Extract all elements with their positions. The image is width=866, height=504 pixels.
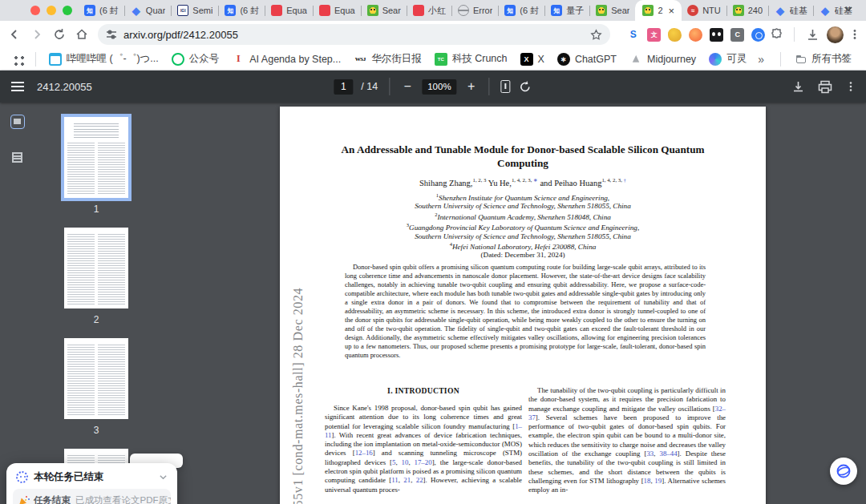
minimize-window-button[interactable] bbox=[47, 6, 56, 15]
page-thumbnail[interactable]: 3 bbox=[64, 338, 128, 449]
tab[interactable]: 知量子 bbox=[545, 0, 589, 21]
green-face-icon bbox=[367, 5, 378, 16]
citation-link[interactable]: 33 bbox=[646, 450, 654, 458]
tab[interactable]: Sear bbox=[590, 0, 635, 21]
pdf-toolbar-divider bbox=[389, 78, 390, 95]
tab-label: Sear bbox=[382, 6, 401, 15]
bookmark-item[interactable]: Midjourney bbox=[623, 53, 702, 66]
chatgpt-icon: ∗ bbox=[557, 53, 570, 66]
reload-icon[interactable] bbox=[48, 23, 71, 46]
page-thumbnail[interactable]: 2 bbox=[64, 228, 128, 338]
pdf-title: 2412.20055 bbox=[37, 81, 92, 93]
section-heading: I. INTRODUCTION bbox=[325, 386, 522, 395]
rotate-icon[interactable] bbox=[519, 80, 532, 94]
bookmark-item[interactable]: 公众号 bbox=[165, 52, 226, 66]
tab[interactable]: IGISemi bbox=[172, 0, 218, 21]
arxiv-stamp: 055v1 [cond-mat.mes-hall] 28 Dec 2024 bbox=[291, 288, 306, 504]
citation-link[interactable]: 38–44 bbox=[660, 450, 678, 458]
zoom-in-icon[interactable]: + bbox=[465, 79, 478, 94]
bookmark-star-icon[interactable] bbox=[590, 29, 602, 41]
extension-duck-icon[interactable] bbox=[668, 28, 682, 42]
tab-label: Equa bbox=[334, 6, 355, 15]
extensions-puzzle-icon[interactable] bbox=[765, 23, 787, 46]
home-icon[interactable] bbox=[71, 23, 93, 46]
all-bookmarks-folder[interactable]: 所有书签 bbox=[787, 52, 860, 66]
bookmark-item[interactable]: 哔哩哔哩 (゜-゜)つ... bbox=[42, 52, 165, 66]
tab[interactable]: ◆Quar bbox=[125, 0, 171, 21]
gem-icon: ◆ bbox=[775, 5, 786, 16]
close-window-button[interactable] bbox=[30, 6, 40, 15]
citation-link[interactable]: 19 bbox=[654, 477, 662, 485]
citation-link[interactable]: † bbox=[624, 177, 626, 183]
bookmark-item[interactable]: WSJ华尔街日报 bbox=[347, 52, 428, 66]
tab-active[interactable]: 2× bbox=[635, 0, 682, 21]
back-icon[interactable] bbox=[3, 23, 26, 46]
gem-icon: ◆ bbox=[819, 5, 831, 16]
fit-page-icon[interactable] bbox=[501, 80, 511, 93]
left-column: I. INTRODUCTION Since Kane's 1998 propos… bbox=[325, 386, 522, 494]
extension-dark-icon[interactable] bbox=[710, 28, 723, 42]
chrome-menu-kebab-icon[interactable] bbox=[844, 23, 866, 46]
pdf-download-icon[interactable] bbox=[791, 80, 805, 94]
apps-grid-icon[interactable] bbox=[11, 53, 24, 66]
tab[interactable]: 小红 bbox=[407, 0, 451, 21]
tab[interactable]: Equa bbox=[265, 0, 313, 21]
tab[interactable]: 知(6 封 bbox=[79, 0, 124, 21]
bookmark-label: X bbox=[538, 54, 544, 65]
bookmark-item[interactable]: TC科技 Crunch bbox=[428, 52, 514, 66]
paper-authors: Shihang Zhang,1, 2, 3 Yu He,1, 4, 2, 3, … bbox=[280, 177, 766, 187]
tab[interactable]: 知(6 封 bbox=[499, 0, 544, 21]
bookmarks-overflow-chevron[interactable]: » bbox=[748, 53, 774, 66]
bookmark-item[interactable]: IAI Agenda by Step... bbox=[225, 53, 347, 66]
extension-translate-icon[interactable]: 文 bbox=[647, 28, 661, 42]
tab[interactable]: Equa bbox=[314, 0, 361, 21]
left-column-text: Since Kane's 1998 proposal, donor-based … bbox=[325, 404, 522, 494]
tab[interactable]: 知(6 封 bbox=[219, 0, 265, 21]
extension-s-icon[interactable]: S bbox=[626, 28, 640, 42]
url-text[interactable]: arxiv.org/pdf/2412.20055 bbox=[123, 29, 584, 41]
forward-icon[interactable] bbox=[26, 23, 48, 46]
new-tab-button[interactable]: + bbox=[858, 3, 866, 18]
downloads-icon[interactable] bbox=[801, 23, 824, 46]
citation-link[interactable]: 11 bbox=[391, 476, 399, 484]
red-app-icon bbox=[319, 5, 330, 16]
page-number-input[interactable] bbox=[334, 79, 353, 95]
extension-compass-icon[interactable] bbox=[751, 28, 765, 42]
collapse-chevron-icon[interactable] bbox=[159, 473, 168, 482]
assistant-button[interactable] bbox=[830, 458, 857, 485]
tab-label: 2 bbox=[658, 6, 662, 15]
browser-toolbar: arxiv.org/pdf/2412.20055 S文C bbox=[0, 21, 866, 48]
citation-link[interactable]: 21 bbox=[403, 476, 411, 484]
tab-label: (6 封 bbox=[99, 5, 119, 17]
site-settings-icon[interactable] bbox=[106, 29, 117, 40]
page-thumbnail[interactable]: 1 bbox=[64, 117, 128, 228]
extension-c-icon[interactable]: C bbox=[730, 28, 744, 42]
bookmark-item[interactable]: ∗ChatGPT bbox=[551, 53, 623, 66]
citation-link[interactable]: 12–16 bbox=[355, 449, 373, 457]
tabs-container: 知(6 封◆QuarIGISemi知(6 封EquaEquaSear小红Erro… bbox=[79, 0, 866, 21]
tab-close-icon[interactable]: × bbox=[669, 6, 675, 16]
bookmark-label: 可灵 AI bbox=[726, 52, 748, 66]
address-bar[interactable]: arxiv.org/pdf/2412.20055 bbox=[98, 24, 610, 45]
tab[interactable]: ≈NTU bbox=[682, 0, 726, 21]
tab[interactable]: ◆硅基 bbox=[769, 0, 813, 21]
profile-avatar[interactable] bbox=[827, 26, 844, 43]
zoom-window-button[interactable] bbox=[63, 6, 72, 15]
bookmark-item[interactable]: XX bbox=[514, 53, 551, 66]
pdf-menu-icon[interactable] bbox=[11, 82, 24, 91]
tab[interactable]: Sear bbox=[362, 0, 407, 21]
zoom-out-icon[interactable]: − bbox=[401, 79, 414, 94]
pdf-more-kebab-icon[interactable] bbox=[845, 81, 856, 92]
citation-link[interactable]: 17–20 bbox=[415, 458, 432, 466]
extension-orange-icon[interactable] bbox=[689, 28, 702, 42]
bookmark-label: ChatGPT bbox=[575, 54, 617, 65]
right-column: The tunability of the two-qubit coupling… bbox=[528, 386, 726, 495]
zoom-level[interactable]: 100% bbox=[422, 79, 456, 95]
pdf-print-icon[interactable] bbox=[818, 80, 832, 94]
bookmark-item[interactable]: 可灵 AI bbox=[702, 52, 748, 66]
tab-label: Sear bbox=[611, 6, 629, 15]
citation-link[interactable]: 22 bbox=[416, 476, 423, 484]
tab[interactable]: Error bbox=[452, 0, 498, 21]
tab[interactable]: 240 bbox=[727, 0, 768, 21]
tab-search-chevron-icon[interactable] bbox=[844, 4, 853, 14]
